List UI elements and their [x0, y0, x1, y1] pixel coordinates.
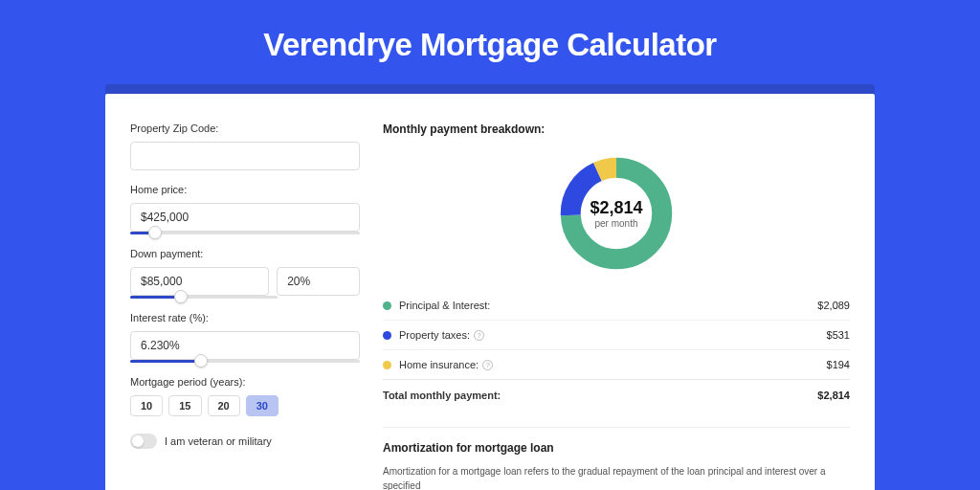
period-button-20[interactable]: 20 [208, 395, 240, 416]
down-payment-slider[interactable] [130, 296, 278, 299]
home-price-input[interactable] [130, 203, 360, 232]
info-icon[interactable]: ? [482, 360, 493, 370]
slider-thumb[interactable] [148, 226, 162, 239]
slider-thumb[interactable] [194, 354, 208, 368]
legend-row: Principal & Interest:$2,089 [383, 291, 850, 320]
slider-thumb[interactable] [174, 290, 188, 303]
donut-chart: $2,814 per month [556, 153, 677, 274]
interest-label: Interest rate (%): [130, 312, 360, 323]
down-payment-field-group: Down payment: [130, 248, 360, 299]
period-field-group: Mortgage period (years): 10152030 [130, 376, 360, 416]
legend-dot-icon [383, 331, 391, 340]
legend-total-value: $2,814 [817, 390, 850, 401]
amortization-heading: Amortization for mortgage loan [383, 441, 850, 455]
home-price-label: Home price: [130, 184, 360, 195]
zip-input[interactable] [130, 142, 360, 170]
info-icon[interactable]: ? [474, 330, 484, 341]
period-button-30[interactable]: 30 [246, 395, 278, 416]
veteran-toggle[interactable] [130, 434, 157, 449]
donut-chart-wrap: $2,814 per month [383, 147, 850, 291]
interest-field-group: Interest rate (%): [130, 312, 360, 363]
breakdown-heading: Monthly payment breakdown: [383, 122, 850, 136]
legend-label: Home insurance: ? [399, 359, 827, 370]
veteran-toggle-row: I am veteran or military [130, 434, 360, 449]
down-payment-pct-input[interactable] [277, 267, 360, 296]
legend-value: $531 [827, 329, 850, 341]
amortization-section: Amortization for mortgage loan Amortizat… [383, 427, 850, 490]
legend-value: $2,089 [817, 300, 850, 311]
veteran-toggle-label: I am veteran or military [165, 435, 272, 447]
period-button-15[interactable]: 15 [168, 395, 201, 416]
legend-list: Principal & Interest:$2,089Property taxe… [383, 291, 850, 410]
amortization-text: Amortization for a mortgage loan refers … [383, 464, 850, 490]
period-button-10[interactable]: 10 [130, 395, 163, 416]
form-column: Property Zip Code: Home price: Down paym… [130, 122, 360, 490]
legend-label: Principal & Interest: [399, 300, 817, 311]
legend-total-row: Total monthly payment:$2,814 [383, 379, 850, 410]
calculator-card: Property Zip Code: Home price: Down paym… [105, 94, 875, 490]
donut-center-sub: per month [594, 218, 637, 229]
period-label: Mortgage period (years): [130, 376, 360, 388]
legend-dot-icon [383, 301, 391, 310]
legend-dot-icon [383, 361, 391, 369]
legend-total-label: Total monthly payment: [383, 390, 817, 401]
legend-row: Property taxes: ?$531 [383, 320, 850, 349]
down-payment-amount-input[interactable] [130, 267, 269, 296]
zip-field-group: Property Zip Code: [130, 122, 360, 170]
home-price-field-group: Home price: [130, 184, 360, 234]
zip-label: Property Zip Code: [130, 122, 360, 134]
page-title: Verendrye Mortgage Calculator [0, 0, 980, 84]
down-payment-label: Down payment: [130, 248, 360, 259]
interest-input[interactable] [130, 331, 360, 360]
breakdown-column: Monthly payment breakdown: $2,814 per mo… [383, 122, 850, 490]
home-price-slider[interactable] [130, 232, 360, 234]
donut-center-amount: $2,814 [590, 198, 642, 218]
legend-label: Property taxes: ? [399, 329, 827, 341]
interest-slider[interactable] [130, 360, 360, 363]
legend-value: $194 [827, 359, 850, 370]
legend-row: Home insurance: ?$194 [383, 349, 850, 379]
period-button-row: 10152030 [130, 395, 360, 416]
